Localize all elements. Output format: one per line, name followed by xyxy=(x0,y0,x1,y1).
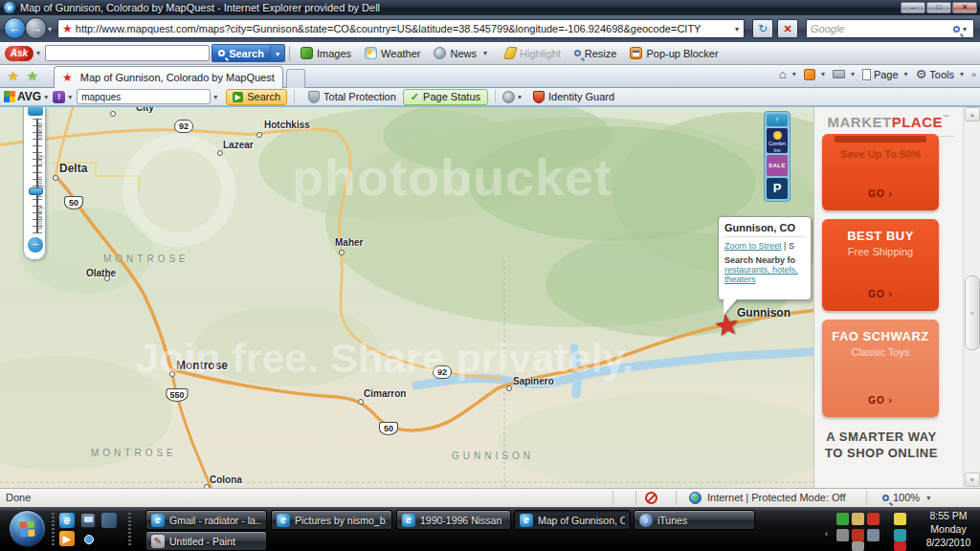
rss-feed-icon[interactable] xyxy=(804,69,815,80)
taskbar-button[interactable]: ePictures by nismo_b... xyxy=(271,510,392,530)
avg-search-input[interactable]: mapques xyxy=(77,89,211,104)
tab-map-of-gunnison[interactable]: ★ Map of Gunnison, Colorado by MapQuest xyxy=(54,66,283,88)
search-icon[interactable] xyxy=(953,26,960,33)
theaters-link[interactable]: theaters xyxy=(724,275,756,284)
close-button[interactable]: ✕ xyxy=(952,2,977,13)
tray-icon-warning[interactable] xyxy=(894,513,906,525)
search-provider-icon[interactable]: ! xyxy=(53,91,65,103)
print-dropdown-icon[interactable]: ▾ xyxy=(851,70,855,78)
ad-go-button[interactable]: GO › xyxy=(822,289,939,299)
minimize-button[interactable]: – xyxy=(901,2,925,13)
stop-button[interactable]: ✕ xyxy=(777,19,798,38)
avg-logo[interactable]: AVG xyxy=(4,90,41,103)
tray-icon-settings[interactable] xyxy=(836,529,849,541)
favorites-star-icon[interactable]: ★ xyxy=(8,69,19,83)
marketplace-ad[interactable]: Save Up To 50%GO › xyxy=(822,134,939,210)
tray-icon-printer[interactable] xyxy=(852,541,864,551)
marketplace-ad[interactable]: BEST BUYFree ShippingGO › xyxy=(822,219,939,311)
ask-search-button[interactable]: Search xyxy=(212,44,271,62)
refresh-button[interactable]: ↻ xyxy=(752,19,773,38)
nearby-links[interactable]: restaurants, hotels, xyxy=(724,265,798,275)
taskbar-button[interactable]: ✎Untitled - Paint xyxy=(145,531,267,551)
parking-ad[interactable]: P xyxy=(767,178,788,199)
zoom-dropdown-icon[interactable]: ▾ xyxy=(926,494,930,502)
identity-guard-button[interactable]: Identity Guard xyxy=(526,87,621,106)
zoom-to-street-link[interactable]: Zoom to Street xyxy=(724,241,782,251)
tray-icon-folder[interactable] xyxy=(852,513,864,525)
forward-button[interactable]: → xyxy=(25,17,47,39)
tray-icon-grid[interactable] xyxy=(867,513,880,525)
tray-chevron-icon[interactable]: ‹ xyxy=(825,529,828,539)
taskbar-button[interactable]: e1990-1996 Nissan 30... xyxy=(396,510,511,530)
comfort-inn-ad[interactable]: Comfort Inn xyxy=(767,128,788,153)
address-bar[interactable]: ★ http://www.mapquest.com/maps?city=Gunn… xyxy=(57,19,745,38)
quicklaunch-media-icon[interactable] xyxy=(101,513,117,528)
zoom-out-button[interactable]: − xyxy=(28,237,43,253)
new-tab-button[interactable] xyxy=(286,69,305,88)
taskbar-button[interactable]: eGmail - radiator - la... xyxy=(145,510,267,530)
add-favorite-icon[interactable]: ★ xyxy=(27,69,38,83)
tools-menu[interactable]: Tools xyxy=(929,69,954,80)
search-dropdown-icon[interactable]: ▾ xyxy=(960,25,969,33)
provider-dropdown-icon[interactable]: ▾ xyxy=(68,93,72,101)
taskbar-button[interactable]: eMap of Gunnison, C... xyxy=(514,510,631,530)
tray-icon-ati[interactable] xyxy=(852,529,864,541)
page-icon[interactable] xyxy=(862,69,871,80)
tools-gear-icon[interactable]: ⚙ xyxy=(916,67,927,81)
news-button[interactable]: News ▾ xyxy=(427,44,499,63)
map-canvas[interactable]: photobucket Join free. Share privately. … xyxy=(0,107,813,488)
address-dropdown-icon[interactable]: ▾ xyxy=(732,25,742,33)
weather-button[interactable]: Weather xyxy=(358,44,427,63)
avg-extra-icon[interactable] xyxy=(502,91,515,103)
scroll-up-icon[interactable]: ▲ xyxy=(965,107,980,121)
quicklaunch-player-icon[interactable]: ▶ xyxy=(59,531,75,546)
search-box[interactable]: Google ▾ xyxy=(806,19,974,38)
overflow-chevron-icon[interactable]: » xyxy=(971,70,976,79)
ask-logo[interactable]: Ask xyxy=(5,46,33,61)
back-button[interactable]: ← xyxy=(4,17,26,39)
home-icon[interactable]: ⌂ xyxy=(779,67,787,81)
page-status-button[interactable]: ✓ Page Status xyxy=(403,89,488,105)
scrollbar-thumb[interactable]: ≡ xyxy=(965,276,980,350)
quicklaunch-ie-icon[interactable]: e xyxy=(59,513,75,528)
tray-icon-volume-muted[interactable] xyxy=(894,541,906,551)
ask-search-input[interactable] xyxy=(45,45,210,61)
ask-dropdown-icon[interactable]: ▾ xyxy=(36,49,40,57)
popup-blocker-button[interactable]: Pop-up Blocker xyxy=(623,44,724,63)
start-button[interactable] xyxy=(9,510,46,547)
avg-search-button[interactable]: ▶ Search xyxy=(226,89,287,105)
print-icon[interactable] xyxy=(833,70,845,78)
tray-icon-sync[interactable] xyxy=(836,513,849,525)
highlight-button[interactable]: Highlight xyxy=(499,44,568,63)
page-scrollbar[interactable]: ▲ ≡ ▼ xyxy=(963,107,980,488)
images-button[interactable]: Images xyxy=(294,44,358,63)
history-dropdown-icon[interactable]: ▾ xyxy=(48,25,52,33)
feed-dropdown-icon[interactable]: ▾ xyxy=(821,70,825,78)
map-zoom-slider[interactable]: StreetCityRegionCountry − xyxy=(23,107,46,260)
marketplace-ad[interactable]: FAO SCHWARZClassic ToysGO › xyxy=(822,320,939,417)
home-dropdown-icon[interactable]: ▾ xyxy=(792,70,796,78)
adstrip-collapse-icon[interactable]: ↑ xyxy=(767,114,788,126)
tray-icon-network[interactable] xyxy=(894,529,906,541)
tray-icon-security[interactable] xyxy=(867,529,880,541)
page-dropdown-icon[interactable]: ▾ xyxy=(904,70,908,78)
zoom-control[interactable]: 100% ▾ xyxy=(882,492,935,503)
sale-tag-ad[interactable]: SALE xyxy=(767,155,788,176)
scroll-down-icon[interactable]: ▼ xyxy=(965,473,980,487)
ask-search-dropdown-icon[interactable]: ▾ xyxy=(271,44,285,62)
maximize-button[interactable]: □ xyxy=(926,2,951,13)
taskbar-button[interactable]: ♪iTunes xyxy=(634,510,755,530)
zoom-in-button[interactable] xyxy=(28,107,43,116)
total-protection-button[interactable]: Total Protection xyxy=(301,87,403,106)
page-menu[interactable]: Page xyxy=(874,69,899,80)
zoom-slider-handle[interactable] xyxy=(29,187,43,195)
ad-go-button[interactable]: GO › xyxy=(822,188,939,199)
news-dropdown-icon[interactable]: ▾ xyxy=(483,49,487,57)
avg-extra-dropdown-icon[interactable]: ▾ xyxy=(518,93,522,101)
avg-input-dropdown-icon[interactable]: ▾ xyxy=(213,93,217,101)
quicklaunch-show-desktop-icon[interactable] xyxy=(80,513,96,528)
avg-dropdown-icon[interactable]: ▾ xyxy=(44,93,48,101)
tools-dropdown-icon[interactable]: ▾ xyxy=(960,70,964,78)
taskbar-clock[interactable]: 8:55 PM Monday 8/23/2010 xyxy=(919,509,978,549)
resize-button[interactable]: Resize xyxy=(568,44,624,63)
